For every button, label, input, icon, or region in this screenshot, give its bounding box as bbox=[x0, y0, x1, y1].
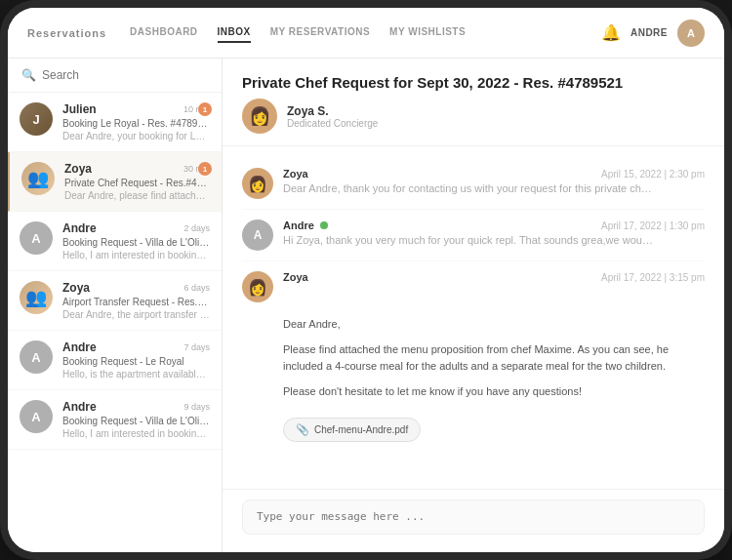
nav-inbox[interactable]: INBOX bbox=[218, 22, 251, 43]
concierge-avatar: 👩 bbox=[242, 99, 277, 134]
conv-subject: Private Chef Request - Res.#4789521 bbox=[64, 178, 210, 188]
conversation-item[interactable]: 👥 Zoya 6 days Airport Transfer Request -… bbox=[8, 271, 222, 331]
concierge-name: Zoya S. bbox=[287, 104, 378, 118]
paperclip-icon: 📎 bbox=[296, 423, 309, 436]
message-preview-text: Hi Zoya, thank you very much for your qu… bbox=[283, 234, 654, 246]
conversations-list: J Julien 10 min Booking Le Royal - Res. … bbox=[8, 93, 222, 552]
conv-body: Zoya 6 days Airport Transfer Request - R… bbox=[62, 281, 210, 320]
messages-area: 👩 Zoya April 15, 2022 | 2:30 pm Dear And… bbox=[223, 146, 724, 489]
conv-preview: Hello, is the apartment available for th… bbox=[62, 369, 210, 380]
sidebar: 🔍 J Julien 10 min Booking Le Royal - Res… bbox=[8, 59, 223, 552]
conv-header: Julien 10 min bbox=[62, 102, 210, 116]
concierge-role: Dedicated Concierge bbox=[287, 118, 378, 129]
attachment-label: Chef-menu-Andre.pdf bbox=[314, 424, 408, 435]
tablet-screen: Reservations DASHBOARD INBOX MY RESERVAT… bbox=[8, 8, 724, 552]
message-preview-text: Dear Andre, thank you for contacting us … bbox=[283, 182, 654, 194]
avatar: 👥 bbox=[21, 162, 55, 195]
unread-badge: 1 bbox=[198, 102, 212, 116]
message-greeting: Dear Andre, bbox=[283, 316, 669, 334]
avatar: A bbox=[20, 400, 53, 433]
conversation-item[interactable]: A Andre 2 days Booking Request - Villa d… bbox=[8, 212, 222, 271]
concierge-info: 👩 Zoya S. Dedicated Concierge bbox=[242, 99, 705, 134]
conv-preview: Dear Andre, your booking for Le Royal is… bbox=[62, 131, 210, 141]
conv-preview: Dear Andre, please find attached the men… bbox=[64, 190, 210, 201]
online-indicator bbox=[320, 221, 328, 229]
nav-links: DASHBOARD INBOX MY RESERVATIONS MY WISHL… bbox=[130, 22, 601, 43]
nav-wishlists[interactable]: MY WISHLISTS bbox=[389, 22, 466, 43]
message-header: Andre April 17, 2022 | 1:30 pm bbox=[283, 220, 705, 231]
conv-name: Andre bbox=[62, 340, 97, 354]
message-time: April 17, 2022 | 1:30 pm bbox=[601, 220, 705, 231]
conv-header: Zoya 6 days bbox=[62, 281, 210, 295]
message-row-full: 👩 Zoya April 17, 2022 | 3:15 pm Dear And… bbox=[242, 261, 705, 452]
conv-body: Andre 9 days Booking Request - Villa de … bbox=[62, 400, 210, 439]
conv-time: 2 days bbox=[183, 223, 210, 233]
message-time: April 17, 2022 | 3:15 pm bbox=[601, 272, 705, 283]
avatar: 👥 bbox=[20, 281, 53, 314]
nav-dashboard[interactable]: DASHBOARD bbox=[130, 22, 198, 43]
conv-header: Andre 9 days bbox=[62, 400, 210, 414]
top-nav: Reservations DASHBOARD INBOX MY RESERVAT… bbox=[8, 8, 724, 59]
conv-subject: Booking Request - Villa de L'Olivette bbox=[62, 237, 210, 248]
search-bar: 🔍 bbox=[8, 59, 222, 93]
app-logo: Reservations bbox=[27, 27, 106, 39]
notifications-bell-icon[interactable]: 🔔 bbox=[601, 23, 621, 43]
message-body-line4: Please don't hesitate to let me know if … bbox=[283, 383, 669, 401]
message-content: Zoya April 17, 2022 | 3:15 pm bbox=[283, 271, 705, 286]
message-avatar: A bbox=[242, 220, 273, 251]
message-content: Andre April 17, 2022 | 1:30 pm Hi Zoya, … bbox=[283, 220, 705, 246]
user-label: ANDRE bbox=[630, 27, 668, 38]
unread-badge: 1 bbox=[198, 162, 212, 176]
conv-header: Andre 2 days bbox=[62, 221, 210, 235]
message-body-line1: Please find attached the menu propositio… bbox=[283, 341, 669, 359]
concierge-details: Zoya S. Dedicated Concierge bbox=[287, 104, 378, 129]
conv-preview: Hello, I am interested in booking this p… bbox=[62, 250, 210, 260]
message-body-line2: included a 4-course meal for the adults … bbox=[283, 358, 669, 376]
conv-preview: Dear Andre, the airport transfer for Sep… bbox=[62, 309, 210, 320]
message-sender: Zoya bbox=[283, 271, 308, 283]
conv-subject: Airport Transfer Request - Res.#4789521 bbox=[62, 297, 210, 307]
message-input-area bbox=[223, 489, 724, 552]
avatar: A bbox=[20, 221, 53, 255]
message-body: Dear Andre, Please find attached the men… bbox=[242, 316, 669, 442]
conv-time: 9 days bbox=[183, 402, 210, 412]
conversation-item[interactable]: A Andre 9 days Booking Request - Villa d… bbox=[8, 390, 222, 450]
conversation-item[interactable]: J Julien 10 min Booking Le Royal - Res. … bbox=[8, 93, 222, 152]
conv-header: Andre 7 days bbox=[62, 340, 210, 354]
conv-subject: Booking Request - Villa de L'Olivette bbox=[62, 416, 210, 426]
message-row: A Andre April 17, 2022 | 1:30 pm Hi Zoya… bbox=[242, 210, 705, 261]
message-header: Zoya April 17, 2022 | 3:15 pm bbox=[283, 271, 705, 283]
conv-time: 6 days bbox=[183, 283, 210, 293]
conv-subject: Booking Request - Le Royal bbox=[62, 356, 210, 367]
conv-body: Julien 10 min Booking Le Royal - Res. #4… bbox=[62, 102, 210, 141]
search-icon: 🔍 bbox=[21, 68, 36, 82]
conv-name: Andre bbox=[62, 400, 97, 414]
user-avatar[interactable]: A bbox=[677, 20, 705, 47]
avatar: J bbox=[20, 102, 53, 136]
message-avatar: 👩 bbox=[242, 168, 273, 199]
conversation-item[interactable]: A Andre 7 days Booking Request - Le Roya… bbox=[8, 331, 222, 390]
main-content: 🔍 J Julien 10 min Booking Le Royal - Res… bbox=[8, 59, 724, 552]
conversation-header: Private Chef Request for Sept 30, 2022 -… bbox=[223, 59, 724, 146]
conv-time: 7 days bbox=[183, 342, 210, 352]
right-panel: Private Chef Request for Sept 30, 2022 -… bbox=[223, 59, 724, 552]
conv-name: Zoya bbox=[62, 281, 90, 295]
tablet-frame: Reservations DASHBOARD INBOX MY RESERVAT… bbox=[0, 0, 732, 560]
conv-name: Zoya bbox=[64, 162, 92, 176]
conv-body: Andre 2 days Booking Request - Villa de … bbox=[62, 221, 210, 260]
nav-reservations[interactable]: MY RESERVATIONS bbox=[270, 22, 370, 43]
message-input[interactable] bbox=[242, 500, 705, 535]
conversation-item-active[interactable]: 👥 Zoya 30 min Private Chef Request - Res… bbox=[8, 152, 222, 212]
conv-preview: Hello, I am interested in booking this p… bbox=[62, 428, 210, 439]
conv-header: Zoya 30 min bbox=[64, 162, 210, 176]
message-row: 👩 Zoya April 15, 2022 | 2:30 pm Dear And… bbox=[242, 158, 705, 210]
search-input[interactable] bbox=[42, 68, 208, 82]
conv-body: Zoya 30 min Private Chef Request - Res.#… bbox=[64, 162, 210, 201]
message-content: Zoya April 15, 2022 | 2:30 pm Dear Andre… bbox=[283, 168, 705, 194]
conv-subject: Booking Le Royal - Res. #4789521 bbox=[62, 118, 210, 129]
avatar: A bbox=[20, 340, 53, 374]
message-header: Zoya April 15, 2022 | 2:30 pm bbox=[283, 168, 705, 180]
attachment-button[interactable]: 📎 Chef-menu-Andre.pdf bbox=[283, 418, 421, 442]
conv-name: Andre bbox=[62, 221, 97, 235]
conv-name: Julien bbox=[62, 102, 97, 116]
